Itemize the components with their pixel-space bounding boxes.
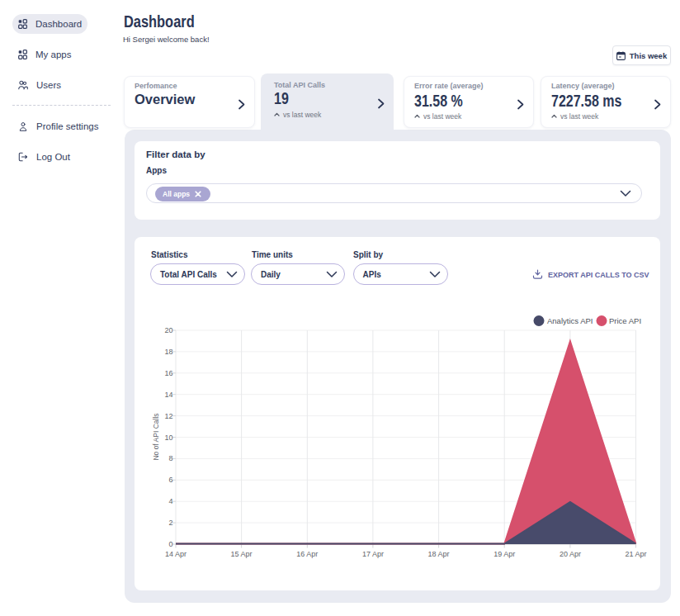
svg-text:14: 14	[164, 391, 172, 399]
svg-text:19 Apr: 19 Apr	[493, 550, 515, 558]
svg-text:20: 20	[164, 326, 172, 334]
svg-text:0: 0	[168, 540, 172, 548]
svg-text:18 Apr: 18 Apr	[428, 550, 450, 558]
svg-text:2: 2	[168, 519, 172, 527]
svg-text:10: 10	[164, 434, 172, 442]
svg-text:14 Apr: 14 Apr	[165, 550, 187, 558]
svg-text:15 Apr: 15 Apr	[231, 550, 253, 558]
svg-text:Price API: Price API	[609, 316, 641, 325]
svg-text:20 Apr: 20 Apr	[560, 550, 581, 558]
svg-text:12: 12	[164, 412, 172, 420]
svg-text:18: 18	[164, 348, 172, 356]
svg-text:17 Apr: 17 Apr	[362, 550, 384, 558]
svg-text:16: 16	[164, 369, 172, 377]
svg-text:16 Apr: 16 Apr	[296, 550, 318, 558]
svg-text:4: 4	[168, 497, 172, 505]
svg-text:Analytics API: Analytics API	[547, 316, 593, 325]
svg-text:8: 8	[168, 454, 172, 462]
svg-text:6: 6	[168, 476, 172, 484]
svg-text:No of API Calls: No of API Calls	[152, 413, 160, 460]
svg-text:21 Apr: 21 Apr	[625, 550, 646, 558]
